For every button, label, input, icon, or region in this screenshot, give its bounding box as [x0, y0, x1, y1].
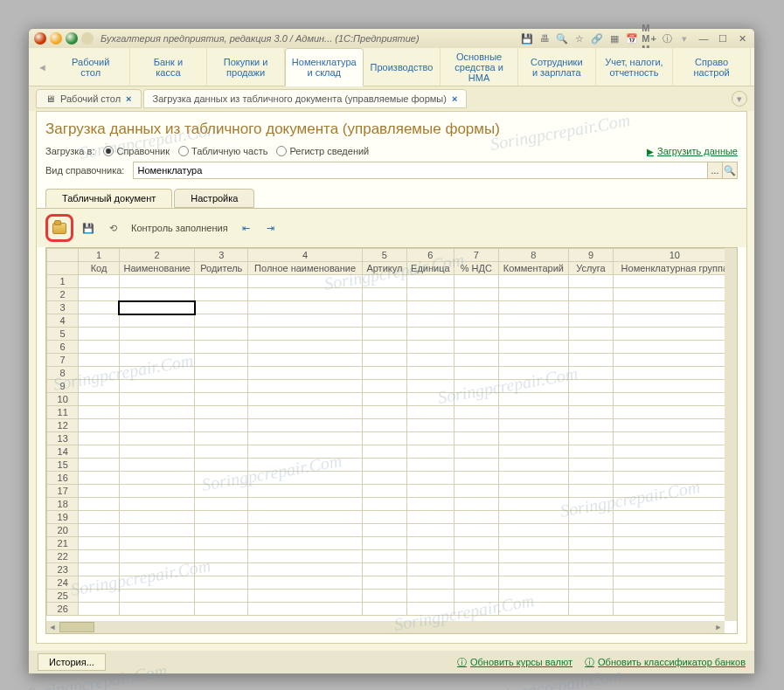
cell[interactable] [406, 459, 454, 472]
cell[interactable] [248, 472, 363, 485]
cell[interactable] [195, 432, 248, 445]
cell[interactable] [406, 367, 454, 380]
nav-item-6[interactable]: Сотрудникии зарплата [518, 48, 596, 86]
cell[interactable] [119, 419, 195, 432]
cell[interactable] [498, 393, 569, 406]
cell[interactable] [406, 485, 454, 498]
cell[interactable] [454, 576, 498, 590]
cell[interactable] [406, 393, 454, 406]
cell[interactable] [79, 603, 119, 616]
cell[interactable] [406, 445, 454, 459]
tab-table-doc[interactable]: Табличный документ [45, 189, 172, 208]
cell[interactable] [195, 419, 248, 432]
cell[interactable] [79, 563, 119, 576]
cell[interactable] [79, 275, 119, 288]
cell[interactable] [119, 406, 195, 419]
radio-tab-part[interactable]: Табличную часть [178, 146, 267, 156]
cell[interactable] [119, 314, 195, 328]
close-button[interactable]: ✕ [735, 32, 749, 45]
cell[interactable] [79, 288, 119, 301]
cell[interactable] [248, 576, 363, 590]
move-right-button[interactable]: ⇥ [261, 218, 281, 238]
cell[interactable] [363, 576, 406, 590]
cell[interactable] [363, 550, 406, 563]
cell[interactable] [195, 341, 248, 354]
cell[interactable] [79, 576, 119, 590]
cell[interactable] [569, 485, 613, 498]
cell[interactable] [454, 498, 498, 511]
nav-item-1[interactable]: Банк икасса [130, 48, 208, 86]
cell[interactable] [498, 590, 569, 603]
cell[interactable] [363, 354, 406, 367]
nav-item-8[interactable]: Справонастрой [673, 48, 751, 86]
doc-tab-1[interactable]: Загрузка данных из табличного документа … [143, 89, 468, 108]
cell[interactable] [454, 314, 498, 328]
cell[interactable] [79, 314, 119, 328]
cell[interactable] [569, 472, 613, 485]
cell[interactable] [195, 537, 248, 550]
cell[interactable] [613, 603, 736, 616]
star-icon[interactable]: ☆ [572, 31, 586, 45]
cell[interactable] [119, 432, 195, 445]
cell[interactable] [363, 275, 406, 288]
cell[interactable] [454, 354, 498, 367]
open-file-button[interactable] [45, 214, 73, 242]
cell[interactable] [195, 524, 248, 537]
cell[interactable] [119, 511, 195, 524]
cell[interactable] [119, 590, 195, 603]
cell[interactable] [498, 341, 569, 354]
cell[interactable] [248, 550, 363, 563]
cell[interactable] [613, 511, 736, 524]
cell[interactable] [248, 537, 363, 550]
cell[interactable] [498, 301, 569, 314]
cell[interactable] [363, 603, 406, 616]
nav-extra-icon[interactable] [81, 32, 94, 45]
cell[interactable] [79, 590, 119, 603]
cell[interactable] [498, 445, 569, 459]
cell[interactable] [454, 459, 498, 472]
calendar-icon[interactable]: 📅 [625, 31, 639, 45]
cell[interactable] [363, 367, 406, 380]
cell[interactable] [569, 459, 613, 472]
cell[interactable] [454, 406, 498, 419]
cell[interactable] [363, 288, 406, 301]
cell[interactable] [569, 354, 613, 367]
cell[interactable] [363, 301, 406, 314]
cell[interactable] [406, 576, 454, 590]
cell[interactable] [195, 563, 248, 576]
cell[interactable] [248, 563, 363, 576]
cell[interactable] [454, 367, 498, 380]
cell[interactable] [363, 419, 406, 432]
cell[interactable] [454, 341, 498, 354]
cell[interactable] [454, 432, 498, 445]
cell[interactable] [363, 590, 406, 603]
cell[interactable] [79, 328, 119, 341]
nav-back-icon[interactable] [50, 32, 62, 45]
cell[interactable] [79, 511, 119, 524]
nav-item-4[interactable]: Производство [364, 48, 441, 86]
nav-item-7[interactable]: Учет, налоги,отчетность [596, 48, 674, 86]
cell[interactable] [79, 419, 119, 432]
preview-icon[interactable]: 🔍 [555, 31, 569, 45]
ref-type-input[interactable] [133, 162, 708, 179]
cell[interactable] [454, 524, 498, 537]
cell[interactable] [613, 354, 736, 367]
cell[interactable] [406, 341, 454, 354]
cell[interactable] [119, 524, 195, 537]
nav-left-icon[interactable]: ◄ [38, 62, 47, 72]
cell[interactable] [79, 354, 119, 367]
vertical-scrollbar[interactable] [725, 248, 737, 621]
cell[interactable] [569, 432, 613, 445]
cell[interactable] [363, 563, 406, 576]
cell[interactable] [363, 459, 406, 472]
cell[interactable] [569, 288, 613, 301]
radio-spravochnik[interactable]: Справочник [103, 146, 170, 156]
cell[interactable] [569, 419, 613, 432]
cell[interactable] [119, 341, 195, 354]
cell[interactable] [406, 314, 454, 328]
cell[interactable] [406, 380, 454, 393]
cell[interactable] [195, 275, 248, 288]
cell[interactable] [119, 301, 195, 314]
cell[interactable] [248, 498, 363, 511]
cell[interactable] [569, 511, 613, 524]
